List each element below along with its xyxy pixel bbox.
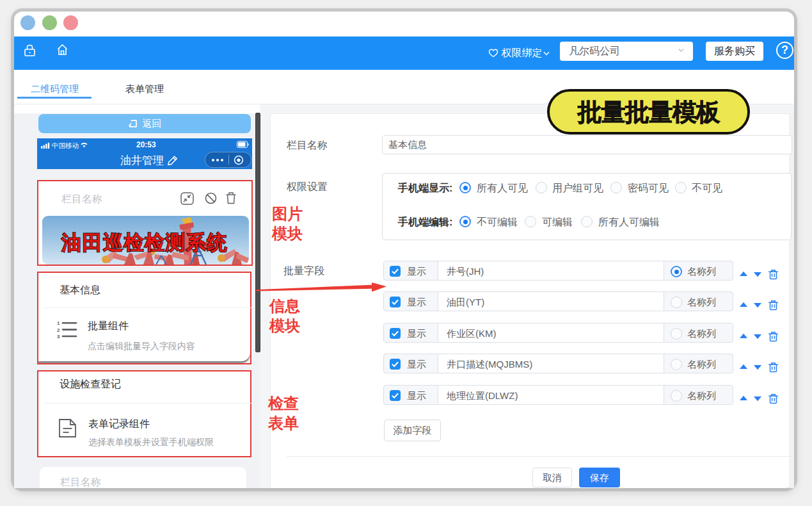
svg-text:3: 3 <box>57 334 60 339</box>
svg-text:1: 1 <box>57 320 60 326</box>
svg-text:2: 2 <box>57 327 60 333</box>
